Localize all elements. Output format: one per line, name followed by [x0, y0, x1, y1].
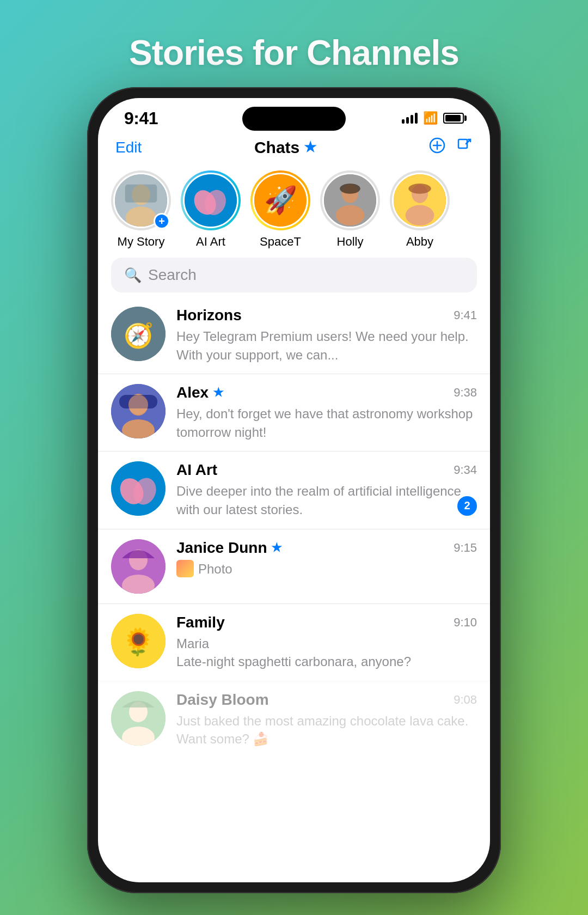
photo-preview: Photo	[176, 560, 477, 578]
chat-preview-alex: Hey, don't forget we have that astronomy…	[176, 405, 477, 441]
chat-header-alex: Alex ★ 9:38	[176, 384, 477, 401]
story-avatar-wrap-spacet: 🚀	[250, 170, 310, 230]
dynamic-island	[242, 107, 346, 131]
chat-avatar-daisy	[111, 691, 166, 746]
nav-bar: Edit Chats ★	[98, 133, 490, 166]
nav-title: Chats ★	[254, 138, 316, 157]
story-item-abby[interactable]: Abby	[390, 170, 450, 249]
svg-point-19	[336, 205, 365, 225]
nav-title-star-icon: ★	[304, 139, 316, 156]
chat-header-janice: Janice Dunn ★ 9:15	[176, 539, 477, 557]
signal-bar-3	[411, 115, 413, 124]
chat-time-ai-art: 9:34	[454, 463, 477, 477]
svg-rect-10	[125, 185, 157, 203]
edit-button[interactable]: Edit	[115, 139, 142, 156]
signal-icon	[402, 113, 418, 124]
story-add-button[interactable]: +	[154, 213, 170, 229]
chat-time-horizons: 9:41	[454, 308, 477, 322]
story-ring-spacet: 🚀	[250, 170, 310, 230]
story-ring-ai-art	[181, 170, 241, 230]
story-item-ai-art[interactable]: AI Art	[181, 170, 241, 249]
chat-name-star-alex: ★	[213, 386, 224, 400]
story-avatar-ai-art	[183, 173, 238, 228]
svg-point-9	[126, 206, 156, 228]
svg-point-24	[408, 184, 431, 194]
chat-header-ai-art: AI Art 9:34	[176, 461, 477, 479]
chat-name-family: Family	[176, 614, 225, 631]
add-story-icon[interactable]	[429, 137, 445, 157]
svg-text:🧭: 🧭	[124, 321, 154, 350]
story-avatar-abby	[392, 173, 448, 228]
phone-screen: 9:41 📶 Edit Chats ★	[98, 98, 490, 882]
chat-time-daisy: 9:08	[454, 693, 477, 707]
chat-avatar-alex	[111, 384, 166, 438]
chat-preview-horizons: Hey Telegram Premium users! We need your…	[176, 327, 477, 364]
search-icon: 🔍	[124, 267, 142, 284]
chat-content-family: Family 9:10 MariaLate-night spaghetti ca…	[176, 614, 477, 671]
chat-header-horizons: Horizons 9:41	[176, 307, 477, 324]
chat-content-ai-art: AI Art 9:34 Dive deeper into the realm o…	[176, 461, 477, 518]
battery-fill	[445, 115, 461, 121]
chat-name-horizons: Horizons	[176, 307, 242, 324]
photo-label: Photo	[198, 560, 232, 578]
chat-badge-ai-art: 2	[457, 496, 477, 516]
story-ring-abby	[390, 170, 450, 230]
signal-bar-2	[406, 117, 409, 124]
svg-point-31	[128, 395, 148, 414]
chat-item-daisy[interactable]: Daisy Bloom 9:08 Just baked the most ama…	[98, 681, 490, 758]
nav-title-text: Chats	[254, 138, 299, 157]
status-bar: 9:41 📶	[98, 98, 490, 133]
story-avatar-wrap-holly	[320, 170, 380, 230]
chat-content-alex: Alex ★ 9:38 Hey, don't forget we have th…	[176, 384, 477, 441]
chat-item-ai-art[interactable]: AI Art 9:34 Dive deeper into the realm o…	[98, 451, 490, 528]
chat-content-horizons: Horizons 9:41 Hey Telegram Premium users…	[176, 307, 477, 364]
story-label-spacet: SpaceT	[260, 235, 301, 249]
chat-item-janice[interactable]: Janice Dunn ★ 9:15 Photo	[98, 529, 490, 603]
chat-time-alex: 9:38	[454, 386, 477, 400]
chat-time-family: 9:10	[454, 615, 477, 630]
chat-item-alex[interactable]: Alex ★ 9:38 Hey, don't forget we have th…	[98, 374, 490, 451]
compose-icon[interactable]	[456, 137, 473, 157]
story-label-my-story: My Story	[118, 235, 165, 249]
search-input[interactable]: Search	[148, 266, 197, 284]
chat-time-janice: 9:15	[454, 541, 477, 555]
chat-avatar-janice	[111, 539, 166, 594]
chat-item-horizons[interactable]: 🧭 Horizons 9:41 Hey Telegram Premium use…	[98, 297, 490, 374]
chat-name-janice: Janice Dunn ★	[176, 539, 282, 557]
story-item-my-story[interactable]: + My Story	[111, 170, 171, 249]
story-ring-holly	[320, 170, 380, 230]
battery-icon	[443, 113, 464, 124]
photo-thumb	[176, 560, 194, 577]
chat-avatar-family: 🌻	[111, 614, 166, 668]
svg-text:🌻: 🌻	[122, 626, 155, 657]
story-avatar-spacet: 🚀	[253, 173, 308, 228]
story-avatar-wrap-ai-art	[181, 170, 241, 230]
chat-preview-ai-art: Dive deeper into the realm of artificial…	[176, 482, 477, 518]
chat-name-ai-art: AI Art	[176, 461, 217, 479]
stories-row: + My Story	[98, 166, 490, 258]
chat-name-star-janice: ★	[271, 541, 282, 555]
story-label-abby: Abby	[406, 235, 433, 249]
story-avatar-wrap-my-story: +	[111, 170, 171, 230]
chat-avatar-horizons: 🧭	[111, 307, 166, 361]
wifi-icon: 📶	[423, 111, 438, 125]
chat-content-janice: Janice Dunn ★ 9:15 Photo	[176, 539, 477, 578]
story-item-holly[interactable]: Holly	[320, 170, 380, 249]
signal-bar-4	[415, 113, 418, 124]
chat-name-daisy: Daisy Bloom	[176, 691, 269, 709]
chat-list: 🧭 Horizons 9:41 Hey Telegram Premium use…	[98, 297, 490, 882]
story-item-spacet[interactable]: 🚀 SpaceT	[250, 170, 310, 249]
search-bar[interactable]: 🔍 Search	[111, 258, 477, 292]
chat-header-daisy: Daisy Bloom 9:08	[176, 691, 477, 709]
story-avatar-holly	[322, 173, 378, 228]
phone-shell: 9:41 📶 Edit Chats ★	[87, 87, 501, 893]
svg-point-20	[340, 184, 360, 194]
svg-point-23	[406, 205, 434, 225]
story-avatar-wrap-abby	[390, 170, 450, 230]
chat-item-family[interactable]: 🌻 Family 9:10 MariaLate-night spaghetti …	[98, 603, 490, 681]
chat-preview-daisy: Just baked the most amazing chocolate la…	[176, 712, 477, 748]
chat-content-daisy: Daisy Bloom 9:08 Just baked the most ama…	[176, 691, 477, 748]
chat-avatar-ai-art	[111, 461, 166, 516]
chat-name-alex: Alex ★	[176, 384, 224, 401]
chat-preview-family: MariaLate-night spaghetti carbonara, any…	[176, 635, 477, 671]
